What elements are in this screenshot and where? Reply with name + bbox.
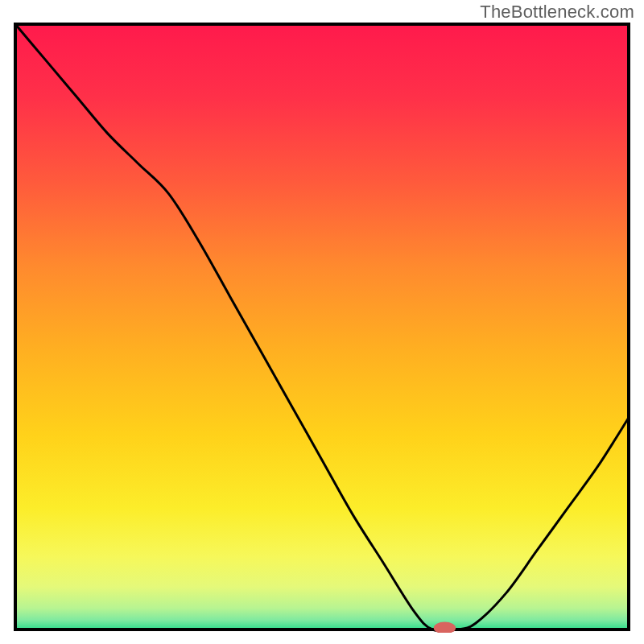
gradient-background (15, 24, 629, 630)
chart-container: { "watermark": "TheBottleneck.com", "cha… (0, 0, 644, 644)
chart-svg (12, 21, 632, 633)
bottleneck-curve-plot (12, 21, 632, 633)
watermark-text: TheBottleneck.com (480, 2, 634, 23)
